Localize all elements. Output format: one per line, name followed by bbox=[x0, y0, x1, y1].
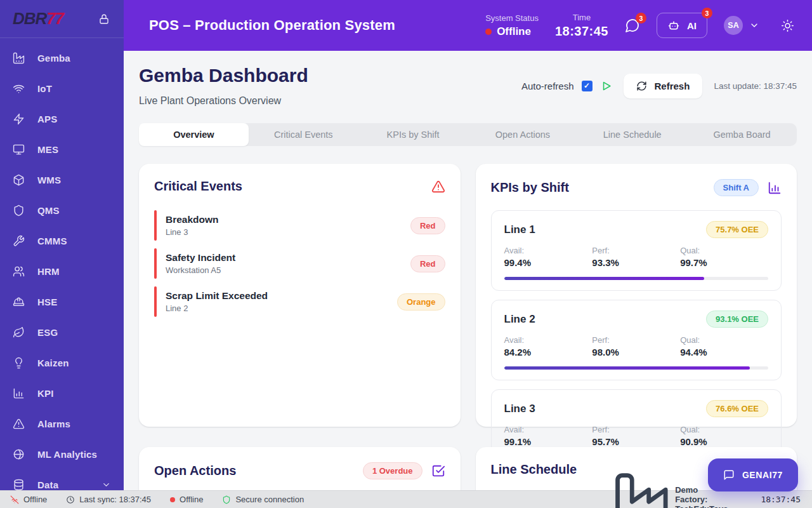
qual-value: 99.7% bbox=[680, 257, 768, 268]
event-title: Safety Incident bbox=[166, 252, 235, 264]
oee-progress-fill bbox=[504, 277, 704, 280]
genai-fab-label: GENAI77 bbox=[742, 470, 783, 480]
event-location: Line 2 bbox=[166, 304, 268, 313]
tab-kpis-by-shift[interactable]: KPIs by Shift bbox=[358, 123, 468, 146]
perf-label: Perf: bbox=[592, 425, 680, 434]
auto-refresh-control: Auto-refresh ✓ bbox=[521, 80, 612, 92]
kpis-title: KPIs by Shift bbox=[491, 180, 569, 195]
sidebar-item-kpi[interactable]: KPI bbox=[0, 378, 124, 408]
severity-badge: Orange bbox=[397, 293, 445, 311]
clock-icon bbox=[66, 495, 75, 504]
oee-progress-track bbox=[504, 277, 769, 280]
tab-open-actions[interactable]: Open Actions bbox=[468, 123, 577, 146]
sidebar-item-hrm[interactable]: HRM bbox=[0, 256, 124, 286]
last-sync-text: Last sync: 18:37:45 bbox=[79, 495, 151, 504]
chevron-down-icon bbox=[102, 480, 111, 490]
sidebar: DBR77 Gemba IoT APS MES bbox=[0, 0, 124, 490]
avail-value: 99.4% bbox=[504, 257, 593, 268]
qual-value: 90.9% bbox=[680, 436, 768, 447]
sidebar-item-label: APS bbox=[37, 114, 57, 124]
sidebar-item-wms[interactable]: WMS bbox=[0, 164, 124, 195]
system-status-label: System Status bbox=[485, 13, 539, 23]
sun-icon bbox=[781, 19, 794, 32]
play-button[interactable] bbox=[600, 80, 612, 92]
sidebar-item-label: KPI bbox=[37, 388, 54, 399]
avail-value: 84.2% bbox=[504, 347, 593, 358]
line-name: Line 2 bbox=[504, 313, 535, 326]
tab-critical-events[interactable]: Critical Events bbox=[249, 123, 358, 146]
header-right: System Status Offline Time 18:37:45 3 AI… bbox=[485, 13, 794, 39]
bar-chart-icon bbox=[13, 387, 25, 399]
tab-line-schedule[interactable]: Line Schedule bbox=[577, 123, 687, 146]
offline-dot bbox=[170, 497, 175, 502]
app-title: POS – Production Operation System bbox=[149, 17, 395, 34]
event-title: Breakdown bbox=[166, 214, 219, 225]
sidebar-item-kaizen[interactable]: Kaizen bbox=[0, 347, 124, 378]
wifi-off-icon bbox=[10, 495, 19, 504]
kpi-line-list: Line 1 75.7% OEE Avail:99.4% Perf:93.3% … bbox=[491, 210, 782, 470]
sidebar-item-esg[interactable]: ESG bbox=[0, 317, 124, 347]
refresh-icon bbox=[636, 81, 647, 91]
line-name: Line 3 bbox=[504, 403, 535, 415]
user-menu[interactable]: SA bbox=[724, 16, 759, 35]
sidebar-item-cmms[interactable]: CMMS bbox=[0, 225, 124, 256]
logo-text: DBR bbox=[13, 9, 46, 28]
system-status-value: Offline bbox=[497, 25, 531, 38]
page-title: Gemba Dashboard bbox=[139, 64, 308, 88]
factory-icon bbox=[613, 471, 671, 508]
kpi-line-card[interactable]: Line 1 75.7% OEE Avail:99.4% Perf:93.3% … bbox=[491, 210, 782, 291]
hardhat-icon bbox=[13, 296, 25, 308]
tab-overview[interactable]: Overview bbox=[139, 123, 249, 146]
open-actions-title: Open Actions bbox=[154, 464, 236, 478]
event-row[interactable]: Scrap Limit Exceeded Line 2 Orange bbox=[154, 286, 445, 317]
sidebar-item-alarms[interactable]: Alarms bbox=[0, 408, 124, 439]
critical-events-card: Critical Events Breakdown Line 3 bbox=[139, 164, 461, 427]
factory-icon bbox=[13, 52, 25, 64]
sidebar-item-label: Gemba bbox=[37, 53, 70, 64]
severity-badge: Red bbox=[410, 217, 445, 234]
avail-value: 99.1% bbox=[504, 436, 593, 447]
users-icon bbox=[13, 265, 25, 277]
sidebar-item-mes[interactable]: MES bbox=[0, 134, 124, 164]
oee-badge: 75.7% OEE bbox=[706, 221, 768, 238]
wifi-icon bbox=[13, 83, 25, 95]
tab-gemba-board[interactable]: Gemba Board bbox=[687, 123, 797, 146]
page-header: Gemba Dashboard Live Plant Operations Ov… bbox=[139, 64, 797, 108]
robot-icon bbox=[667, 19, 680, 32]
chat-badge: 3 bbox=[636, 13, 646, 23]
kpi-line-card[interactable]: Line 2 93.1% OEE Avail:84.2% Perf:98.0% … bbox=[491, 300, 782, 380]
sidebar-item-label: MES bbox=[37, 144, 58, 155]
last-update: Last update: 18:37:45 bbox=[714, 81, 797, 91]
shift-badge[interactable]: Shift A bbox=[714, 179, 759, 196]
perf-label: Perf: bbox=[592, 246, 680, 255]
sidebar-item-label: CMMS bbox=[37, 236, 67, 246]
chat-button[interactable]: 3 bbox=[625, 18, 640, 33]
sidebar-item-gemba[interactable]: Gemba bbox=[0, 43, 124, 73]
perf-label: Perf: bbox=[592, 335, 680, 345]
tab-bar: Overview Critical Events KPIs by Shift O… bbox=[139, 123, 797, 146]
oee-badge: 76.6% OEE bbox=[706, 400, 768, 417]
ai-assistant-button[interactable]: AI 3 bbox=[657, 13, 707, 38]
play-icon bbox=[600, 80, 612, 92]
sidebar-item-label: HRM bbox=[37, 266, 60, 277]
sidebar-item-label: Alarms bbox=[37, 418, 70, 429]
perf-value: 95.7% bbox=[592, 436, 680, 447]
event-row[interactable]: Safety Incident Workstation A5 Red bbox=[154, 248, 445, 279]
shield-icon bbox=[222, 495, 231, 504]
theme-toggle-button[interactable] bbox=[781, 19, 794, 32]
severity-bar bbox=[154, 210, 157, 241]
line-schedule-title: Line Schedule bbox=[491, 462, 577, 477]
sidebar-item-ml-analytics[interactable]: ML Analytics bbox=[0, 439, 124, 469]
sidebar-menu: Gemba IoT APS MES WMS QMS bbox=[0, 38, 124, 500]
avatar: SA bbox=[724, 16, 743, 35]
event-title: Scrap Limit Exceeded bbox=[166, 290, 268, 302]
sidebar-item-aps[interactable]: APS bbox=[0, 104, 124, 134]
sidebar-item-qms[interactable]: QMS bbox=[0, 195, 124, 225]
genai-fab-button[interactable]: GENAI77 bbox=[708, 458, 798, 491]
sidebar-item-iot[interactable]: IoT bbox=[0, 73, 124, 104]
auto-refresh-checkbox[interactable]: ✓ bbox=[582, 81, 593, 91]
lock-icon[interactable] bbox=[98, 13, 110, 25]
sidebar-item-hse[interactable]: HSE bbox=[0, 286, 124, 317]
event-row[interactable]: Breakdown Line 3 Red bbox=[154, 210, 445, 241]
refresh-button[interactable]: Refresh bbox=[624, 74, 703, 98]
